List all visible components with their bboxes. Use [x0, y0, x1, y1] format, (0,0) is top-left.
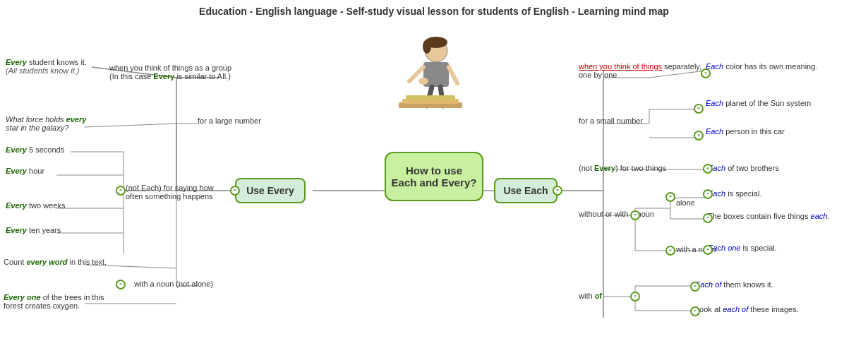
label-every-ten-years: Every ten years — [6, 226, 61, 234]
label-every-two-weeks: Every two weeks — [6, 201, 65, 210]
label-boxes-each: The boxes contain five things each. — [708, 212, 829, 220]
label-without-with-noun: without or with a noun — [579, 210, 654, 218]
label-what-force: What force holds every star in the galax… — [6, 115, 97, 132]
circle-each-person — [694, 131, 704, 140]
circle-each-one-special — [703, 245, 713, 255]
svg-rect-52 — [406, 95, 455, 100]
label-each-one-special: Each one is special. — [708, 244, 777, 252]
label-look-at-each: Look at each of these images. — [695, 305, 799, 313]
svg-line-8 — [85, 124, 176, 127]
use-each-label: Use Each — [503, 185, 548, 196]
use-every-node: Use Every — [235, 178, 306, 203]
circle-each-is-special — [703, 189, 713, 199]
svg-line-47 — [449, 67, 457, 83]
label-each-person: Each person in this car — [706, 127, 785, 136]
label-how-often-connector: (not Each) for saying how often somethin… — [126, 184, 224, 201]
svg-point-44 — [423, 40, 431, 54]
circle-each-two-brothers — [703, 164, 713, 174]
page-title: Education - English language - Self-stud… — [0, 0, 868, 17]
circle-with-noun-left — [116, 280, 126, 289]
center-line2: Each and Every? — [392, 176, 477, 189]
circle-each-color — [701, 68, 711, 78]
person-illustration — [395, 35, 466, 120]
circle-each-of-them — [690, 282, 700, 292]
label-small-number: for a small number — [579, 116, 643, 125]
svg-point-53 — [418, 78, 428, 85]
label-each-planet: Each planet of the Sun system — [706, 99, 811, 107]
circle-with-of — [630, 292, 640, 301]
svg-rect-51 — [402, 99, 459, 104]
center-line1: How to use — [406, 164, 462, 176]
label-every-one-trees: Every one of the trees in this forest cr… — [4, 293, 116, 310]
use-every-circle — [230, 186, 240, 196]
circle-each-planet — [694, 104, 704, 114]
center-node: How to use Each and Every? — [385, 152, 483, 201]
use-each-circle — [553, 186, 562, 196]
label-every-5-seconds: Every 5 seconds — [6, 145, 64, 154]
circle-with-noun-right — [665, 246, 675, 256]
circle-look-each — [690, 306, 700, 316]
label-every-student: Every student knows it. (All students kn… — [6, 58, 87, 75]
label-for-two-things: (not Every) for two things — [579, 164, 666, 172]
label-large-number: for a large number — [198, 116, 261, 125]
label-each-special: Each is special. — [708, 189, 761, 198]
label-count-every-word: Count every word in this text. — [4, 258, 107, 266]
label-each-of-them: Each of them knows it. — [695, 280, 773, 289]
label-each-two-brothers: Each of two brothers — [708, 164, 779, 172]
label-alone: alone — [676, 198, 695, 207]
label-each-color: Each color has its own meaning. — [706, 62, 817, 71]
label-separately-connector: when you think of things separately, one… — [579, 62, 706, 79]
label-with-of: with of — [579, 292, 602, 300]
label-every-hour: Every hour — [6, 167, 44, 175]
label-group-connector: when you think of things as a group (In … — [109, 64, 233, 80]
circle-how-often — [116, 186, 126, 196]
circle-without-with — [630, 210, 640, 220]
label-with-noun-not-alone: with a noun (not alone) — [134, 280, 213, 288]
circle-alone — [665, 192, 675, 202]
use-each-node: Use Each — [494, 178, 557, 203]
circle-boxes-each — [703, 213, 713, 223]
use-every-label: Use Every — [246, 185, 294, 196]
